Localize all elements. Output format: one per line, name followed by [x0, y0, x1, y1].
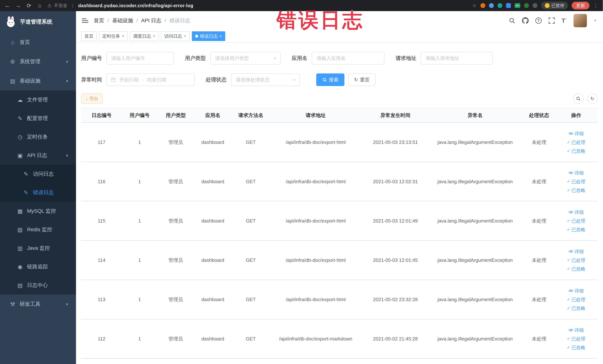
sidebar-item-infra[interactable]: ▤ 基础设施 ∧ — [0, 71, 76, 91]
processed-link[interactable]: ✓ 已处理 — [567, 218, 585, 224]
sidebar-item-java[interactable]: ▥ Java 监控 — [0, 239, 76, 257]
extension-icon[interactable] — [480, 3, 485, 8]
tab-access-log[interactable]: 访问日志 × — [161, 31, 190, 41]
toggle-search-button[interactable] — [573, 94, 583, 104]
extension-on-badge[interactable]: on — [515, 3, 520, 8]
sidebar-item-api-log[interactable]: ▣ API 日志 ∧ — [0, 146, 76, 165]
ignored-link[interactable]: ✓ 已忽略 — [567, 344, 585, 351]
tab-home[interactable]: 首页 — [81, 31, 97, 41]
home-nav-icon[interactable]: ⌂ — [37, 2, 43, 9]
cloud-file-icon: ☁ — [16, 97, 24, 103]
export-button[interactable]: ↓ 导出 — [81, 94, 103, 104]
security-indicator[interactable]: ⚠ 不安全 — [47, 3, 67, 9]
user-id-input[interactable] — [106, 52, 174, 65]
cell-exception: java.lang.IllegalArgumentException — [430, 140, 521, 145]
processed-link[interactable]: ✓ 已处理 — [567, 178, 585, 185]
sidebar-item-system[interactable]: ⚙ 系统管理 ∨ — [0, 52, 76, 71]
extension-icon[interactable] — [489, 3, 494, 8]
extension-icon[interactable] — [524, 3, 529, 8]
rabbit-logo-icon — [5, 16, 16, 27]
sidebar-item-mysql[interactable]: ▦ MySQL 监控 — [0, 202, 76, 220]
sidebar-item-trace[interactable]: ◉ 链路追踪 — [0, 257, 76, 276]
request-url-input[interactable] — [421, 52, 493, 65]
processed-link[interactable]: ✓ 已处理 — [567, 139, 585, 145]
extension-icon[interactable] — [498, 3, 502, 8]
fullscreen-icon[interactable] — [548, 17, 555, 24]
bookmark-star-icon[interactable]: ☆ — [472, 3, 477, 9]
sidebar-item-job[interactable]: ◷ 定时任务 — [0, 128, 76, 146]
cell-method: GET — [231, 140, 270, 145]
processed-link[interactable]: ✓ 已处理 — [567, 336, 585, 342]
update-button[interactable]: 更新 — [572, 2, 590, 10]
check-icon: ✓ — [567, 345, 570, 350]
close-icon[interactable]: × — [122, 34, 124, 39]
breadcrumb: 首页 / 基础设施 / API 日志 / 错误日志 — [94, 17, 190, 24]
search-button[interactable]: 搜索 — [316, 73, 344, 86]
reload-icon[interactable]: ⟳ — [26, 2, 32, 9]
breadcrumb-home[interactable]: 首页 — [94, 17, 104, 24]
detail-link[interactable]: 详细 — [568, 170, 584, 176]
font-size-icon[interactable]: T↑ — [562, 18, 567, 23]
browser-chrome: ← → ⟳ ⌂ ⚠ 不安全 | dashboard.yudao.iocoder.… — [0, 0, 603, 11]
cell-method: GET — [231, 257, 270, 263]
help-icon[interactable]: ? — [535, 17, 542, 24]
cell-user-id: 1 — [122, 257, 157, 263]
app-name-input[interactable] — [312, 52, 384, 65]
processed-link[interactable]: ✓ 已处理 — [567, 296, 585, 303]
tab-error-log[interactable]: 错误日志 × — [192, 31, 225, 41]
security-label: 不安全 — [54, 3, 67, 9]
tab-job[interactable]: 定时任务 × — [99, 31, 128, 41]
paused-chip[interactable]: 已暂停 — [541, 2, 568, 10]
check-icon: ✓ — [567, 140, 570, 145]
sidebar-item-redis[interactable]: ▨ Redis 监控 — [0, 220, 76, 239]
error-log-table: 日志编号 用户编号 用户类型 应用名 请求方法名 请求地址 异常发生时间 异常名… — [81, 108, 598, 359]
breadcrumb-api-log[interactable]: API 日志 — [141, 17, 162, 24]
extension-icon[interactable] — [533, 3, 537, 8]
detail-link[interactable]: 详细 — [568, 248, 584, 255]
user-type-select[interactable]: 请选择用户类型 ∨ — [210, 52, 281, 65]
hamburger-icon[interactable] — [82, 17, 89, 24]
sidebar-item-config[interactable]: ✎ 配置管理 — [0, 109, 76, 128]
chevron-down-icon[interactable]: ▼ — [593, 19, 597, 23]
sidebar-item-error-log[interactable]: ✎ 错误日志 — [0, 183, 76, 202]
avatar[interactable] — [574, 14, 587, 27]
status-select[interactable]: 请选择处理状态 ∨ — [231, 73, 300, 86]
browser-menu-icon[interactable]: ⋮ — [593, 3, 598, 9]
ignored-link[interactable]: ✓ 已忽略 — [567, 305, 585, 311]
forward-icon[interactable]: → — [15, 2, 21, 9]
cell-user-type: 管理员 — [157, 336, 194, 342]
extension-icon[interactable] — [506, 3, 511, 8]
search-icon[interactable] — [509, 17, 515, 24]
close-icon[interactable]: × — [153, 34, 155, 39]
close-icon[interactable]: × — [220, 34, 222, 39]
sidebar-item-file[interactable]: ☁ 文件管理 — [0, 91, 76, 109]
sidebar-item-log-center[interactable]: ▤ 日志中心 — [0, 276, 76, 294]
detail-link[interactable]: 详细 — [568, 288, 584, 294]
back-icon[interactable]: ← — [4, 2, 10, 9]
column-header: 用户编号 — [122, 112, 157, 119]
address-bar[interactable]: dashboard.yudao.iocoder.cn/infra/log/api… — [78, 3, 193, 8]
access-log-icon: ✎ — [22, 171, 30, 177]
ignored-link[interactable]: ✓ 已忽略 — [567, 148, 585, 154]
detail-link[interactable]: 详细 — [568, 130, 584, 137]
logo[interactable]: 芋道管理系统 — [0, 11, 76, 33]
ignored-link[interactable]: ✓ 已忽略 — [567, 227, 585, 233]
sidebar-item-access-log[interactable]: ✎ 访问日志 — [0, 165, 76, 183]
refresh-button[interactable]: ↻ — [587, 94, 598, 104]
tab-job-log[interactable]: 调度日志 × — [130, 31, 159, 41]
breadcrumb-infra[interactable]: 基础设施 — [112, 17, 133, 24]
close-icon[interactable]: × — [184, 34, 186, 39]
request-url-label: 请求地址 — [395, 55, 416, 62]
processed-link[interactable]: ✓ 已处理 — [567, 257, 585, 263]
ignored-link[interactable]: ✓ 已忽略 — [567, 266, 585, 272]
exception-time-range[interactable]: 开始日期 - 结束日期 — [106, 73, 195, 86]
ignored-link[interactable]: ✓ 已忽略 — [567, 187, 585, 193]
detail-link[interactable]: 详细 — [568, 209, 584, 215]
log-center-icon: ▤ — [16, 282, 24, 289]
filter-status: 处理状态 请选择处理状态 ∨ — [206, 73, 300, 86]
sidebar-item-home[interactable]: ⌂ 首页 — [0, 33, 76, 52]
reset-button[interactable]: ↻ 重置 — [348, 73, 376, 86]
github-icon[interactable] — [522, 17, 529, 24]
sidebar-item-dev-tools[interactable]: ⚒ 研发工具 ∨ — [0, 294, 76, 314]
detail-link[interactable]: 详细 — [568, 327, 584, 333]
